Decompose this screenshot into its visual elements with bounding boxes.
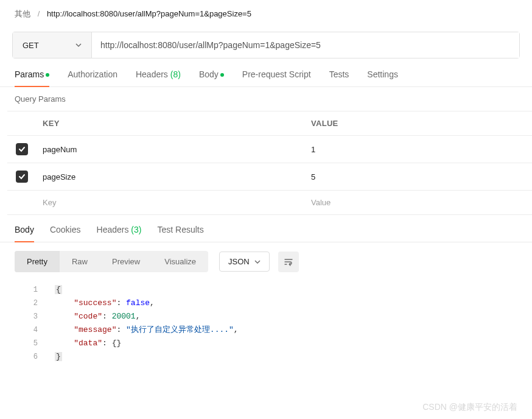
checkbox-enabled[interactable]: [16, 171, 28, 183]
table-row-new[interactable]: KeyValue: [7, 191, 532, 215]
param-value[interactable]: 5: [305, 163, 532, 191]
tab-body[interactable]: Body: [199, 69, 224, 86]
col-checkbox: [7, 111, 37, 136]
method-label: GET: [23, 41, 39, 50]
view-raw-button[interactable]: Raw: [60, 251, 100, 272]
code-line: 6}: [23, 350, 517, 364]
tab-headers[interactable]: Headers (8): [136, 69, 181, 86]
code-line: 1{: [23, 283, 517, 297]
param-value-placeholder[interactable]: Value: [305, 191, 532, 215]
response-tabs: Body Cookies Headers (3) Test Results: [0, 215, 532, 242]
response-tab-body[interactable]: Body: [15, 225, 34, 242]
table-row[interactable]: pageNum1: [7, 136, 532, 163]
response-tab-cookies[interactable]: Cookies: [50, 225, 81, 242]
param-key[interactable]: pageNum: [37, 136, 305, 163]
chevron-down-icon: [75, 42, 82, 48]
table-row[interactable]: pageSize5: [7, 163, 532, 191]
response-body-toolbar: Pretty Raw Preview Visualize JSON: [0, 242, 532, 281]
tab-params[interactable]: Params: [15, 69, 49, 86]
url-bar: GET: [12, 32, 520, 58]
tab-authorization[interactable]: Authorization: [68, 69, 117, 86]
method-select[interactable]: GET: [13, 32, 92, 58]
format-select[interactable]: JSON: [219, 252, 270, 272]
wrap-lines-icon: [284, 257, 293, 267]
tab-settings[interactable]: Settings: [367, 69, 398, 86]
tab-tests[interactable]: Tests: [329, 69, 349, 86]
code-line: 4 "message": "执行了自定义异常处理....",: [23, 323, 517, 337]
breadcrumb-sep: /: [38, 9, 40, 18]
view-mode-pill: Pretty Raw Preview Visualize: [15, 251, 208, 272]
breadcrumb: 其他 / http://localhost:8080/user/allMp?pa…: [0, 0, 532, 26]
response-tab-headers[interactable]: Headers (3): [97, 225, 142, 242]
request-tabs: Params Authorization Headers (8) Body Pr…: [0, 58, 532, 87]
code-line: 2 "success": false,: [23, 297, 517, 310]
checkbox-enabled[interactable]: [16, 143, 28, 155]
code-line: 3 "code": 20001,: [23, 310, 517, 323]
view-preview-button[interactable]: Preview: [100, 251, 152, 272]
body-indicator-icon: [220, 73, 224, 77]
response-tab-test-results[interactable]: Test Results: [157, 225, 203, 242]
breadcrumb-title: http://localhost:8080/user/allMp?pageNum…: [47, 9, 251, 18]
query-params-table: KEY VALUE pageNum1pageSize5KeyValue: [7, 111, 532, 215]
param-value[interactable]: 1: [305, 136, 532, 163]
url-input[interactable]: [92, 32, 519, 58]
view-pretty-button[interactable]: Pretty: [15, 251, 60, 272]
col-key: KEY: [37, 111, 305, 136]
wrap-lines-button[interactable]: [278, 252, 299, 272]
tab-prerequest[interactable]: Pre-request Script: [242, 69, 311, 86]
view-visualize-button[interactable]: Visualize: [152, 251, 208, 272]
response-body-code[interactable]: 1{2 "success": false,3 "code": 20001,4 "…: [0, 281, 532, 382]
code-line: 5 "data": {}: [23, 337, 517, 350]
params-indicator-icon: [46, 73, 49, 77]
col-value: VALUE: [305, 111, 532, 136]
chevron-down-icon: [254, 259, 261, 265]
query-params-label: Query Params: [0, 87, 532, 111]
param-key[interactable]: pageSize: [37, 163, 305, 191]
param-key-placeholder[interactable]: Key: [37, 191, 305, 215]
breadcrumb-root[interactable]: 其他: [15, 9, 30, 18]
